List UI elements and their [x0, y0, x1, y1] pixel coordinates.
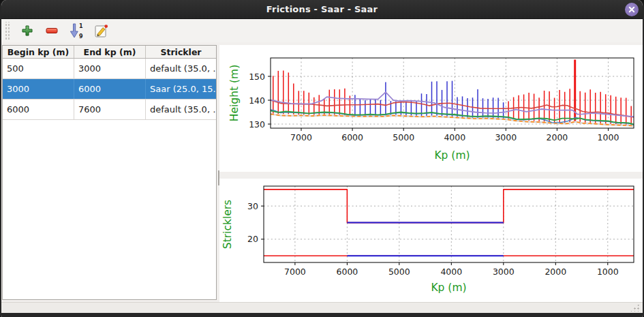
svg-text:20: 20 — [247, 234, 258, 244]
svg-text:Kp (m): Kp (m) — [434, 149, 470, 162]
cell-end-kp: 7600 — [74, 100, 146, 119]
table-row-selected[interactable]: 3000 6000 Saar (25.0, 15.0) — [3, 79, 216, 100]
svg-text:7000: 7000 — [284, 267, 306, 277]
horizontal-splitter[interactable] — [219, 172, 644, 179]
minus-icon — [46, 25, 58, 37]
svg-text:1000: 1000 — [597, 267, 619, 277]
svg-text:1000: 1000 — [598, 132, 619, 142]
cell-strickler: default (35.0, … — [146, 59, 216, 78]
svg-text:4000: 4000 — [440, 267, 462, 277]
resize-grip[interactable] — [630, 303, 640, 312]
close-icon — [625, 3, 639, 16]
svg-text:1: 1 — [79, 23, 83, 29]
cell-end-kp: 3000 — [74, 59, 146, 78]
splitter-handle-icon — [422, 175, 442, 176]
stricklers-canvas: 70006000500040003000200010002030Kp (m)St… — [219, 179, 644, 302]
cell-strickler: Saar (25.0, 15.0) — [146, 79, 216, 99]
svg-text:6000: 6000 — [336, 267, 358, 277]
remove-friction-button[interactable] — [43, 21, 61, 40]
svg-text:2000: 2000 — [546, 132, 568, 142]
table-header-row: Begin kp (m) End kp (m) Strickler — [3, 46, 216, 59]
column-header-strickler[interactable]: Strickler — [146, 46, 216, 58]
svg-text:7000: 7000 — [290, 132, 312, 142]
column-header-begin-kp[interactable]: Begin kp (m) — [3, 46, 74, 58]
edit-icon — [93, 23, 109, 39]
svg-text:Kp (m): Kp (m) — [431, 282, 466, 294]
plus-icon — [21, 25, 33, 37]
frictions-window: Frictions - Saar - Saar — [0, 0, 644, 317]
cell-begin-kp: 500 — [3, 59, 74, 78]
svg-text:6000: 6000 — [341, 132, 363, 142]
svg-text:5000: 5000 — [388, 267, 410, 277]
svg-text:9: 9 — [79, 33, 83, 39]
frictions-table[interactable]: Begin kp (m) End kp (m) Strickler 500 30… — [2, 45, 217, 300]
titlebar[interactable]: Frictions - Saar - Saar — [1, 0, 643, 19]
svg-text:3000: 3000 — [495, 132, 517, 142]
svg-text:30: 30 — [247, 201, 258, 211]
window-bottom-edge — [1, 313, 643, 317]
svg-text:4000: 4000 — [444, 132, 465, 142]
toolbar-drag-handle[interactable] — [4, 22, 10, 40]
cell-begin-kp: 6000 — [3, 100, 74, 119]
sort-rows-button[interactable]: 1 9 — [67, 21, 85, 40]
svg-text:130: 130 — [249, 119, 265, 130]
table-row[interactable]: 500 3000 default (35.0, … — [3, 59, 216, 79]
column-header-end-kp[interactable]: End kp (m) — [74, 46, 146, 58]
close-button[interactable] — [625, 3, 639, 16]
status-bar — [1, 302, 643, 313]
add-friction-button[interactable] — [18, 21, 36, 40]
svg-text:Stricklers: Stricklers — [221, 200, 234, 249]
main-area: Begin kp (m) End kp (m) Strickler 500 30… — [1, 42, 643, 302]
svg-text:5000: 5000 — [393, 132, 414, 142]
cell-begin-kp: 3000 — [3, 79, 74, 99]
window-title: Frictions - Saar - Saar — [266, 4, 378, 14]
sort-numeric-icon: 1 9 — [69, 22, 84, 39]
svg-text:3000: 3000 — [493, 267, 515, 277]
svg-text:Height (m): Height (m) — [228, 65, 241, 121]
cell-strickler: default (35.0, … — [146, 100, 216, 119]
toolbar: 1 9 — [1, 19, 643, 42]
cell-end-kp: 6000 — [74, 79, 146, 99]
height-profile-canvas: 7000600050004000300020001000130140150Kp … — [219, 45, 644, 172]
svg-text:140: 140 — [249, 95, 265, 106]
edit-friction-button[interactable] — [92, 21, 110, 40]
svg-text:2000: 2000 — [545, 267, 566, 277]
table-row[interactable]: 6000 7600 default (35.0, … — [3, 100, 216, 120]
svg-text:150: 150 — [249, 72, 265, 82]
